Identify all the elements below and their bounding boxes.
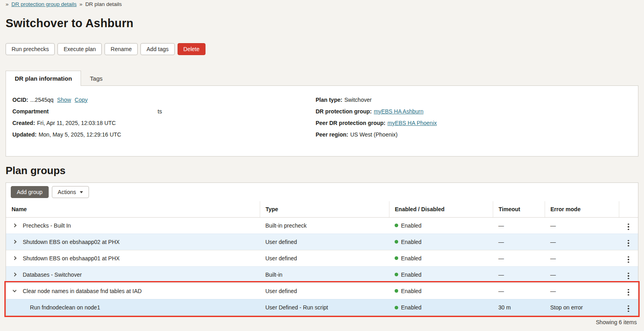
action-toolbar: Run prechecks Execute plan Rename Add ta… [6,43,638,55]
breadcrumb-separator: » [6,1,9,7]
timeout-value: 30 m [493,299,545,315]
tab-bar: DR plan information Tags [6,71,638,86]
table-row[interactable]: Databases - Switchover Built-in Enabled … [6,266,638,283]
plan-group-type: User defined [260,283,389,299]
plan-type-value: Switchover [344,97,371,103]
expand-chevron-icon[interactable] [12,272,17,277]
plan-step-name: Run fndnodeclean on node1 [30,304,100,311]
plan-group-type: User defined [260,250,389,266]
timeout-value: — [493,217,545,234]
status-label: Enabled [401,255,421,262]
delete-button[interactable]: Delete [178,43,205,55]
kebab-menu-icon[interactable] [625,288,632,297]
table-row[interactable]: Shutdown EBS on ebshaapp02 at PHX User d… [6,234,638,250]
tab-tags[interactable]: Tags [81,71,111,86]
plan-group-type: Built-in precheck [260,217,389,234]
error-mode-value: — [545,266,619,283]
dr-protection-group-label: DR protection group: [316,108,372,115]
created-label: Created: [12,120,35,126]
column-header-name: Name [6,201,260,217]
collapse-chevron-icon[interactable] [12,288,17,294]
plan-groups-panel: Add group Actions Name Type Enabled / Di… [6,182,638,316]
column-header-actions [619,201,638,217]
peer-region-row: Peer region: US West (Phoenix) [316,129,619,140]
table-header-row: Name Type Enabled / Disabled Timeout Err… [6,201,638,217]
kebab-menu-icon[interactable] [625,304,632,313]
status-label: Enabled [401,239,421,245]
run-prechecks-button[interactable]: Run prechecks [6,43,55,55]
kebab-menu-icon[interactable] [625,222,632,232]
status-label: Enabled [401,222,421,229]
table-footer-count: Showing 6 items [6,319,638,325]
enabled-status-icon [395,289,398,293]
redacted-compartment-value [51,108,158,115]
tab-dr-plan-information[interactable]: DR plan information [6,71,81,86]
table-row-child-step[interactable]: Run fndnodeclean on node1 User Defined -… [6,299,638,315]
created-row: Created: Fri, Apr 11, 2025, 12:03:18 UTC [12,117,316,129]
breadcrumb-separator: » [79,1,83,7]
column-header-error-mode: Error mode [545,201,619,217]
timeout-value: — [493,283,545,299]
enabled-status-icon [395,224,398,227]
dr-protection-group-row: DR protection group: myEBS HA Ashburn [316,105,619,117]
chevron-down-icon [80,191,83,193]
peer-dr-protection-group-link[interactable]: myEBS HA Phoenix [387,120,437,126]
tab-label: Tags [90,75,103,82]
expand-chevron-icon[interactable] [12,223,17,228]
execute-plan-button[interactable]: Execute plan [57,43,102,55]
error-mode-value: — [545,283,619,299]
page-title: Switchover to Ashburn [6,17,638,30]
plan-group-type: User defined [260,234,389,250]
compartment-label: Compartment [12,108,49,115]
peer-dr-protection-group-row: Peer DR protection group: myEBS HA Phoen… [316,117,619,129]
plan-groups-table: Name Type Enabled / Disabled Timeout Err… [6,201,638,315]
add-group-button[interactable]: Add group [11,186,49,198]
rename-button[interactable]: Rename [105,43,138,55]
plan-group-type: Built-in [260,266,389,283]
dr-protection-group-link[interactable]: myEBS HA Ashburn [374,108,424,115]
enabled-status-icon [395,306,398,309]
compartment-row: Compartment ts [12,105,316,117]
column-header-timeout: Timeout [493,201,545,217]
table-row[interactable]: Prechecks - Built In Built-in precheck E… [6,217,638,234]
ocid-copy-link[interactable]: Copy [75,97,88,103]
ocid-show-link[interactable]: Show [57,97,71,103]
error-mode-value: — [545,217,619,234]
peer-dr-protection-group-label: Peer DR protection group: [316,120,385,126]
add-tags-button[interactable]: Add tags [140,43,174,55]
expand-chevron-icon[interactable] [12,239,17,245]
column-header-type: Type [260,201,389,217]
enabled-status-icon [395,273,398,276]
table-row[interactable]: Shutdown EBS on ebshaapp01 at PHX User d… [6,250,638,266]
actions-dropdown-button[interactable]: Actions [52,186,89,198]
breadcrumb-current: DR plan details [85,1,122,7]
status-label: Enabled [401,272,421,278]
timeout-value: — [493,250,545,266]
plan-type-row: Plan type: Switchover [316,94,619,105]
info-left-column: OCID: ...2545qq Show Copy Compartment ts… [12,94,316,148]
plan-group-name: Prechecks - Built In [23,222,71,229]
ocid-row: OCID: ...2545qq Show Copy [12,94,316,105]
tab-label: DR plan information [15,75,72,82]
plan-type-label: Plan type: [316,97,342,103]
kebab-menu-icon[interactable] [625,272,632,281]
timeout-value: — [493,234,545,250]
plan-group-name: Shutdown EBS on ebshaapp01 at PHX [23,255,120,262]
table-row-highlighted[interactable]: Clear node names in database fnd tables … [6,283,638,299]
updated-row: Updated: Mon, May 5, 2025, 12:29:16 UTC [12,129,316,140]
error-mode-value: — [545,250,619,266]
actions-label: Actions [58,189,76,195]
expand-chevron-icon[interactable] [12,256,17,261]
kebab-menu-icon[interactable] [625,239,632,248]
plan-group-name: Clear node names in database fnd tables … [23,288,142,294]
plan-group-name: Databases - Switchover [23,272,82,278]
kebab-menu-icon[interactable] [625,255,632,264]
error-mode-value: — [545,234,619,250]
plan-groups-table-wrap: Name Type Enabled / Disabled Timeout Err… [6,201,638,315]
plan-groups-toolbar: Add group Actions [6,183,638,201]
column-header-enabled-disabled: Enabled / Disabled [389,201,493,217]
breadcrumb-link-dr-protection-group[interactable]: DR protection group details [12,1,77,7]
enabled-status-icon [395,256,398,260]
peer-region-value: US West (Phoenix) [350,131,398,138]
updated-value: Mon, May 5, 2025, 12:29:16 UTC [39,131,121,138]
